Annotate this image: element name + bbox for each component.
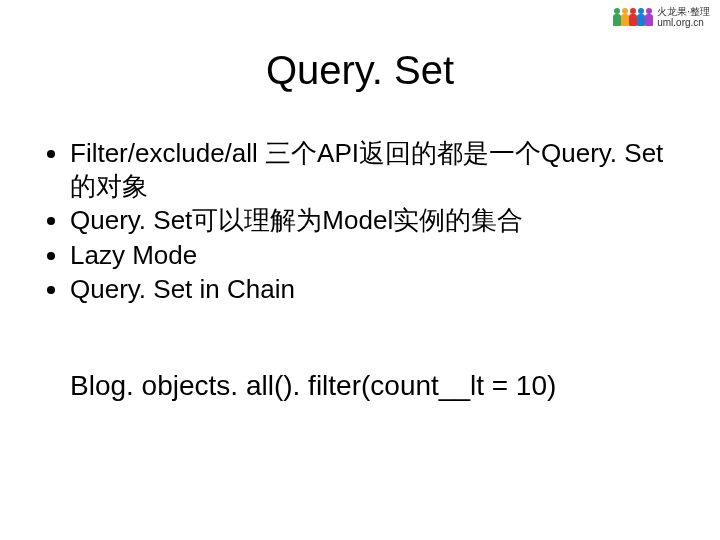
people-icon <box>613 8 653 26</box>
logo-line1: 火龙果·整理 <box>657 6 710 17</box>
list-item: Filter/exclude/all 三个API返回的都是一个Query. Se… <box>70 137 672 202</box>
brand-logo: 火龙果·整理 uml.org.cn <box>613 6 710 28</box>
logo-text: 火龙果·整理 uml.org.cn <box>657 6 710 28</box>
list-item: Lazy Mode <box>70 239 672 272</box>
slide-title: Query. Set <box>0 48 720 93</box>
list-item: Query. Set in Chain <box>70 273 672 306</box>
slide-body: Filter/exclude/all 三个API返回的都是一个Query. Se… <box>48 135 672 308</box>
bullet-list: Filter/exclude/all 三个API返回的都是一个Query. Se… <box>48 137 672 306</box>
list-item: Query. Set可以理解为Model实例的集合 <box>70 204 672 237</box>
logo-line2: uml.org.cn <box>657 17 710 28</box>
code-example: Blog. objects. all(). filter(count__lt =… <box>70 370 680 402</box>
slide: 火龙果·整理 uml.org.cn Query. Set Filter/excl… <box>0 0 720 540</box>
